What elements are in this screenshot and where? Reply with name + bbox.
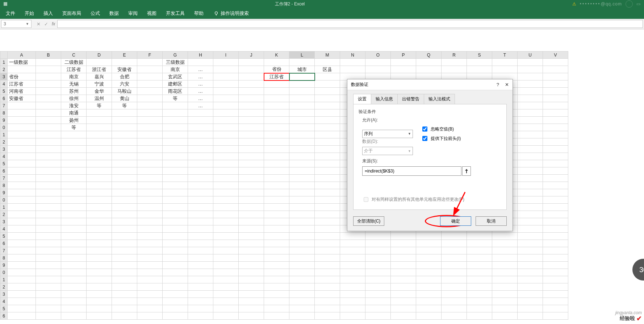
cell-S36[interactable]: [467, 312, 492, 320]
col-header-K[interactable]: K: [264, 51, 289, 59]
cell-U2[interactable]: [518, 66, 543, 73]
cell-L30[interactable]: [289, 269, 315, 276]
cell-G34[interactable]: [163, 298, 188, 305]
cell-U33[interactable]: [518, 291, 543, 298]
cell-L36[interactable]: [289, 312, 315, 320]
cell-V9[interactable]: [543, 117, 568, 124]
cell-B4[interactable]: [36, 80, 61, 88]
cell-N27[interactable]: [340, 247, 365, 254]
cell-A32[interactable]: [8, 283, 36, 291]
cell-J21[interactable]: [239, 204, 264, 211]
cell-A35[interactable]: [8, 305, 36, 312]
cell-T27[interactable]: [492, 247, 518, 254]
cell-E8[interactable]: [112, 109, 137, 117]
cell-A3[interactable]: 省份: [8, 73, 36, 80]
cell-D15[interactable]: [87, 160, 112, 167]
cell-C9[interactable]: 扬州: [61, 117, 87, 124]
cell-U36[interactable]: [518, 312, 543, 320]
cell-P2[interactable]: [391, 66, 416, 73]
cell-J22[interactable]: [239, 211, 264, 218]
cell-C21[interactable]: [61, 204, 87, 211]
cell-V36[interactable]: [543, 312, 568, 320]
cell-V33[interactable]: [543, 291, 568, 298]
cell-I12[interactable]: [213, 138, 239, 146]
cell-O28[interactable]: [365, 254, 391, 262]
cell-B33[interactable]: [36, 291, 61, 298]
cell-C19[interactable]: [61, 189, 87, 196]
cell-I3[interactable]: [213, 73, 239, 80]
cell-A21[interactable]: [8, 204, 36, 211]
cell-N36[interactable]: [340, 312, 365, 320]
cell-Q29[interactable]: [416, 262, 442, 269]
cell-V17[interactable]: [543, 175, 568, 182]
clear-all-button[interactable]: 全部清除(C): [353, 216, 384, 226]
cell-G29[interactable]: [163, 262, 188, 269]
cell-A9[interactable]: [8, 117, 36, 124]
cell-F11[interactable]: [137, 131, 163, 138]
cell-U22[interactable]: [518, 211, 543, 218]
cell-I29[interactable]: [213, 262, 239, 269]
cell-G27[interactable]: [163, 247, 188, 254]
cell-A24[interactable]: [8, 225, 36, 233]
cell-H24[interactable]: [188, 225, 213, 233]
cell-L9[interactable]: [289, 117, 315, 124]
cell-G22[interactable]: [163, 211, 188, 218]
cell-B13[interactable]: [36, 146, 61, 153]
cell-N28[interactable]: [340, 254, 365, 262]
cell-P36[interactable]: [391, 312, 416, 320]
cell-J28[interactable]: [239, 254, 264, 262]
cell-F31[interactable]: [137, 276, 163, 283]
cell-R25[interactable]: [442, 233, 467, 240]
cell-V19[interactable]: [543, 189, 568, 196]
cell-G8[interactable]: [163, 109, 188, 117]
cell-K3[interactable]: 江苏省: [264, 73, 289, 80]
col-header-S[interactable]: S: [467, 51, 492, 59]
cell-U12[interactable]: [518, 138, 543, 146]
dlg-tab-ime[interactable]: 输入法模式: [424, 94, 455, 104]
cell-L13[interactable]: [289, 146, 315, 153]
cell-C11[interactable]: [61, 131, 87, 138]
row-header-29[interactable]: 9: [0, 262, 8, 269]
cell-A25[interactable]: [8, 233, 36, 240]
cell-Q35[interactable]: [416, 305, 442, 312]
row-header-18[interactable]: 8: [0, 182, 8, 189]
cell-H7[interactable]: …: [188, 102, 213, 109]
cell-A36[interactable]: [8, 312, 36, 320]
cell-I30[interactable]: [213, 269, 239, 276]
cell-V28[interactable]: [543, 254, 568, 262]
cell-B24[interactable]: [36, 225, 61, 233]
cell-L7[interactable]: [289, 102, 315, 109]
row-header-1[interactable]: 1: [0, 59, 8, 66]
row-header-27[interactable]: 7: [0, 247, 8, 254]
cell-H22[interactable]: [188, 211, 213, 218]
cell-C10[interactable]: 等: [61, 124, 87, 131]
cell-V6[interactable]: [543, 95, 568, 102]
cell-M16[interactable]: [315, 167, 340, 175]
tab-layout[interactable]: 页面布局: [59, 8, 85, 18]
cell-O25[interactable]: [365, 233, 391, 240]
cell-A34[interactable]: [8, 298, 36, 305]
cell-S28[interactable]: [467, 254, 492, 262]
row-header-23[interactable]: 3: [0, 218, 8, 225]
select-all-corner[interactable]: [0, 51, 8, 59]
cell-C22[interactable]: [61, 211, 87, 218]
cell-U24[interactable]: [518, 225, 543, 233]
cell-E32[interactable]: [112, 283, 137, 291]
cell-F15[interactable]: [137, 160, 163, 167]
cell-I21[interactable]: [213, 204, 239, 211]
cell-D16[interactable]: [87, 167, 112, 175]
cell-I31[interactable]: [213, 276, 239, 283]
name-box[interactable]: 3▼: [1, 20, 32, 28]
cell-H3[interactable]: …: [188, 73, 213, 80]
cell-A8[interactable]: [8, 109, 36, 117]
cell-B9[interactable]: [36, 117, 61, 124]
cell-E36[interactable]: [112, 312, 137, 320]
cell-E7[interactable]: 等: [112, 102, 137, 109]
cell-G13[interactable]: [163, 146, 188, 153]
cell-F14[interactable]: [137, 153, 163, 160]
cell-B30[interactable]: [36, 269, 61, 276]
cell-I32[interactable]: [213, 283, 239, 291]
cell-U18[interactable]: [518, 182, 543, 189]
cell-L23[interactable]: [289, 218, 315, 225]
cell-B35[interactable]: [36, 305, 61, 312]
